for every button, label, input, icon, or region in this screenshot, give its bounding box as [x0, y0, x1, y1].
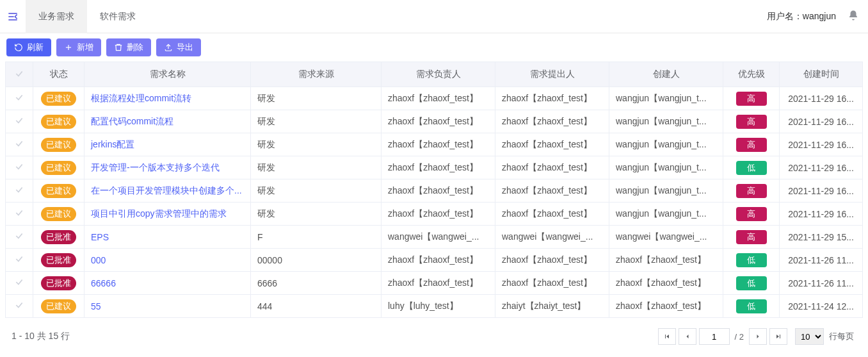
menu-toggle[interactable] [0, 0, 26, 33]
cell-creator: wangjun【wangjun_t... [609, 110, 723, 133]
chevron-right-icon [754, 333, 762, 340]
data-table-wrap: 状态 需求名称 需求来源 需求负责人 需求提出人 创建人 优先级 创建时间 已建… [0, 62, 868, 318]
row-checkbox[interactable] [5, 87, 33, 110]
notifications-button[interactable] [848, 10, 859, 23]
table-row[interactable]: 已批准00000000zhaoxf【zhaoxf_test】zhaoxf【zha… [5, 249, 863, 272]
cell-proposer: zhaoxf【zhaoxf_test】 [495, 156, 609, 179]
pagination: 1 - 10 共 15 行 / 2 10 行每页 [0, 318, 868, 349]
cell-owner: zhaoxf【zhaoxf_test】 [382, 156, 495, 179]
page-input[interactable] [699, 328, 730, 345]
req-name-link[interactable]: 配置代码commit流程 [91, 116, 173, 126]
row-checkbox[interactable] [5, 179, 33, 203]
req-name-link[interactable]: 55 [91, 301, 101, 311]
cell-name: jerkins配置 [84, 133, 251, 156]
table-row[interactable]: 已建议在一个项目开发管理模块中创建多个...研发zhaoxf【zhaoxf_te… [5, 179, 863, 203]
cell-name: 000 [84, 249, 251, 272]
cell-created: 2021-11-29 16... [780, 156, 863, 179]
first-page-icon [663, 333, 671, 340]
req-name-link[interactable]: 000 [91, 255, 106, 265]
row-checkbox[interactable] [5, 295, 33, 318]
first-page-button[interactable] [658, 328, 676, 345]
req-name-link[interactable]: jerkins配置 [91, 139, 134, 149]
cell-source: 研发 [251, 87, 382, 110]
tab-software-req[interactable]: 软件需求 [87, 0, 149, 33]
table-row[interactable]: 已批准EPSFwangwei【wangwei_...wangwei【wangwe… [5, 226, 863, 249]
col-priority[interactable]: 优先级 [723, 62, 780, 87]
tab-business-req[interactable]: 业务需求 [26, 0, 87, 33]
check-icon [15, 301, 24, 310]
delete-button[interactable]: 删除 [106, 38, 151, 56]
row-checkbox[interactable] [5, 249, 33, 272]
col-name[interactable]: 需求名称 [84, 62, 251, 87]
cell-status: 已建议 [33, 203, 84, 226]
status-badge: 已建议 [41, 138, 76, 152]
row-checkbox[interactable] [5, 272, 33, 295]
cell-status: 已建议 [33, 156, 84, 179]
cell-status: 已建议 [33, 87, 84, 110]
cell-owner: zhaoxf【zhaoxf_test】 [382, 87, 495, 110]
cell-status: 已批准 [33, 249, 84, 272]
pagination-summary: 1 - 10 共 15 行 [12, 331, 70, 342]
next-page-button[interactable] [749, 328, 767, 345]
cell-creator: zhaoxf【zhaoxf_test】 [609, 295, 723, 318]
req-name-link[interactable]: EPS [91, 232, 109, 242]
add-button[interactable]: 新增 [56, 38, 101, 56]
row-checkbox[interactable] [5, 110, 33, 133]
cell-name: 项目中引用copy需求管理中的需求 [84, 203, 251, 226]
req-name-link[interactable]: 在一个项目开发管理模块中创建多个... [91, 185, 242, 195]
cell-source: 444 [251, 295, 382, 318]
col-created[interactable]: 创建时间 [780, 62, 863, 87]
cell-priority: 高 [723, 203, 780, 226]
priority-badge: 高 [736, 92, 767, 106]
cell-creator: wangjun【wangjun_t... [609, 179, 723, 203]
status-badge: 已建议 [41, 299, 76, 313]
table-row[interactable]: 已建议开发管理-一个版本支持多个迭代研发zhaoxf【zhaoxf_test】z… [5, 156, 863, 179]
cell-owner: zhaoxf【zhaoxf_test】 [382, 179, 495, 203]
row-checkbox[interactable] [5, 226, 33, 249]
col-owner[interactable]: 需求负责人 [382, 62, 495, 87]
cell-created: 2021-11-29 16... [780, 110, 863, 133]
status-badge: 已建议 [41, 207, 76, 221]
cell-owner: zhaoxf【zhaoxf_test】 [382, 272, 495, 295]
table-row[interactable]: 已建议55444luhy【luhy_test】zhaiyt【zhaiyt_tes… [5, 295, 863, 318]
req-name-link[interactable]: 项目中引用copy需求管理中的需求 [91, 208, 227, 219]
col-creator[interactable]: 创建人 [609, 62, 723, 87]
upload-icon [164, 43, 173, 52]
table-row[interactable]: 已建议项目中引用copy需求管理中的需求研发zhaoxf【zhaoxf_test… [5, 203, 863, 226]
cell-source: 6666 [251, 272, 382, 295]
req-name-link[interactable]: 66666 [91, 278, 116, 288]
req-name-link[interactable]: 根据流程处理commit流转 [91, 93, 191, 103]
last-page-button[interactable] [769, 328, 787, 345]
refresh-button[interactable]: 刷新 [6, 38, 51, 56]
cell-created: 2021-11-29 15... [780, 226, 863, 249]
req-name-link[interactable]: 开发管理-一个版本支持多个迭代 [91, 162, 220, 172]
col-checkbox[interactable] [5, 62, 33, 87]
cell-owner: luhy【luhy_test】 [382, 295, 495, 318]
cell-name: 在一个项目开发管理模块中创建多个... [84, 179, 251, 203]
export-button[interactable]: 导出 [156, 38, 201, 56]
cell-created: 2021-11-29 16... [780, 87, 863, 110]
table-row[interactable]: 已建议jerkins配置研发zhaoxf【zhaoxf_test】zhaoxf【… [5, 133, 863, 156]
row-checkbox[interactable] [5, 156, 33, 179]
cell-created: 2021-11-26 11... [780, 272, 863, 295]
table-row[interactable]: 已批准666666666zhaoxf【zhaoxf_test】zhaoxf【zh… [5, 272, 863, 295]
row-checkbox[interactable] [5, 203, 33, 226]
table-row[interactable]: 已建议根据流程处理commit流转研发zhaoxf【zhaoxf_test】zh… [5, 87, 863, 110]
status-badge: 已建议 [41, 115, 76, 129]
cell-status: 已批准 [33, 272, 84, 295]
col-source[interactable]: 需求来源 [251, 62, 382, 87]
cell-name: 66666 [84, 272, 251, 295]
prev-page-button[interactable] [679, 328, 696, 345]
table-row[interactable]: 已建议配置代码commit流程研发zhaoxf【zhaoxf_test】zhao… [5, 110, 863, 133]
cell-proposer: zhaoxf【zhaoxf_test】 [495, 272, 609, 295]
cell-name: 开发管理-一个版本支持多个迭代 [84, 156, 251, 179]
check-icon [15, 116, 24, 125]
cell-creator: wangjun【wangjun_t... [609, 203, 723, 226]
col-status[interactable]: 状态 [33, 62, 84, 87]
cell-proposer: zhaoxf【zhaoxf_test】 [495, 179, 609, 203]
cell-name: 55 [84, 295, 251, 318]
cell-created: 2021-11-29 16... [780, 133, 863, 156]
col-proposer[interactable]: 需求提出人 [495, 62, 609, 87]
page-size-select[interactable]: 10 [795, 328, 824, 345]
row-checkbox[interactable] [5, 133, 33, 156]
